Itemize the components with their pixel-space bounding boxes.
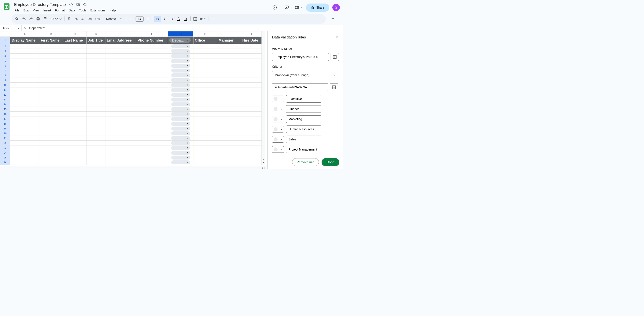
vertical-scrollbar[interactable]: ▲▼ — [262, 31, 265, 165]
column-header[interactable]: E — [106, 31, 136, 37]
row-header[interactable]: 21 — [0, 136, 10, 141]
column-header[interactable]: J — [241, 31, 262, 37]
borders-icon[interactable] — [192, 16, 198, 22]
cloud-icon[interactable] — [83, 2, 88, 7]
cell-dropdown-chip[interactable]: ▼ — [171, 122, 190, 126]
cell[interactable] — [106, 58, 136, 63]
cell[interactable] — [136, 136, 168, 141]
cell-dropdown-chip[interactable]: ▼ — [171, 59, 190, 63]
cell[interactable]: ▼ — [168, 136, 194, 141]
row-header[interactable]: 22 — [0, 141, 10, 146]
cell[interactable]: ▼ — [168, 160, 194, 165]
row-header[interactable]: 8 — [0, 73, 10, 78]
cell[interactable] — [136, 102, 168, 107]
cell[interactable] — [241, 58, 262, 63]
header-cell[interactable]: Last Name — [63, 37, 86, 44]
cell[interactable] — [194, 63, 217, 68]
row-header[interactable]: 11 — [0, 87, 10, 92]
cell[interactable]: ▼ — [168, 78, 194, 83]
cell[interactable] — [194, 58, 217, 63]
font-size-input[interactable] — [136, 16, 144, 21]
row-header[interactable]: 1 — [0, 37, 10, 44]
cell-dropdown-chip[interactable]: ▼ — [171, 93, 190, 97]
cell[interactable] — [40, 63, 63, 68]
cell[interactable]: ▼ — [168, 146, 194, 150]
cell[interactable] — [241, 44, 262, 49]
cell[interactable] — [63, 102, 86, 107]
cell[interactable]: ▼ — [168, 83, 194, 87]
header-cell[interactable]: Display Name — [10, 37, 40, 44]
cell[interactable] — [217, 68, 241, 73]
cell[interactable]: ▼ — [168, 97, 194, 102]
menu-insert[interactable]: Insert — [42, 8, 53, 13]
cell[interactable] — [217, 136, 241, 141]
header-cell[interactable]: Phone Number — [136, 37, 168, 44]
option-value-input[interactable] — [286, 126, 321, 133]
cell[interactable] — [241, 54, 262, 58]
cell[interactable] — [10, 150, 40, 155]
search-icon[interactable] — [14, 16, 20, 22]
cell[interactable] — [241, 141, 262, 146]
cell[interactable] — [86, 131, 106, 136]
cell[interactable] — [106, 44, 136, 49]
cell[interactable] — [10, 87, 40, 92]
cell[interactable]: ▼ — [168, 141, 194, 146]
row-header[interactable]: 20 — [0, 131, 10, 136]
cell[interactable] — [10, 78, 40, 83]
cell[interactable] — [10, 83, 40, 87]
cell[interactable] — [194, 87, 217, 92]
cell[interactable]: ▼ — [168, 155, 194, 160]
cell[interactable] — [86, 54, 106, 58]
cell[interactable] — [194, 68, 217, 73]
cell[interactable] — [241, 78, 262, 83]
cell[interactable] — [10, 146, 40, 150]
cell[interactable]: ▼ — [168, 102, 194, 107]
cell[interactable]: ▼ — [168, 54, 194, 58]
cell-dropdown-chip[interactable]: ▼ — [171, 49, 190, 53]
cell[interactable] — [63, 73, 86, 78]
header-cell[interactable]: Manager — [217, 37, 241, 44]
percent-icon[interactable]: % — [73, 16, 80, 22]
cell-dropdown-chip[interactable]: ▼ — [171, 131, 190, 135]
cell[interactable] — [106, 87, 136, 92]
cell[interactable] — [136, 68, 168, 73]
cell[interactable] — [63, 49, 86, 54]
column-header[interactable]: I — [217, 31, 241, 37]
cell[interactable] — [241, 117, 262, 121]
cell[interactable] — [194, 146, 217, 150]
cell[interactable] — [40, 136, 63, 141]
cell[interactable] — [10, 68, 40, 73]
cell[interactable] — [217, 49, 241, 54]
cell[interactable] — [194, 131, 217, 136]
cell[interactable] — [136, 117, 168, 121]
menu-view[interactable]: View — [31, 8, 41, 13]
cell-dropdown-chip[interactable]: ▼ — [171, 160, 190, 164]
select-source-icon[interactable] — [330, 83, 338, 91]
cell[interactable] — [217, 83, 241, 87]
cell[interactable] — [86, 136, 106, 141]
star-icon[interactable] — [69, 2, 73, 7]
cell[interactable] — [136, 97, 168, 102]
history-icon[interactable] — [270, 3, 279, 12]
option-value-input[interactable] — [286, 105, 321, 113]
paint-format-icon[interactable] — [42, 16, 48, 22]
cell[interactable] — [86, 107, 106, 112]
cell[interactable] — [40, 49, 63, 54]
cell[interactable] — [106, 63, 136, 68]
cell[interactable] — [194, 49, 217, 54]
header-cell[interactable]: First Name — [40, 37, 63, 44]
cell[interactable] — [241, 160, 262, 165]
cell[interactable] — [241, 68, 262, 73]
cell[interactable] — [10, 160, 40, 165]
option-color-chip[interactable] — [272, 96, 284, 102]
select-all-cell[interactable] — [0, 31, 10, 37]
cell[interactable] — [194, 44, 217, 49]
option-color-chip[interactable] — [272, 146, 284, 153]
font-select[interactable]: Roboto — [104, 17, 125, 21]
row-header[interactable]: 3 — [0, 49, 10, 54]
meet-button[interactable] — [294, 3, 303, 12]
cell[interactable] — [86, 63, 106, 68]
cell[interactable] — [106, 73, 136, 78]
cell[interactable] — [217, 141, 241, 146]
cell[interactable] — [63, 44, 86, 49]
